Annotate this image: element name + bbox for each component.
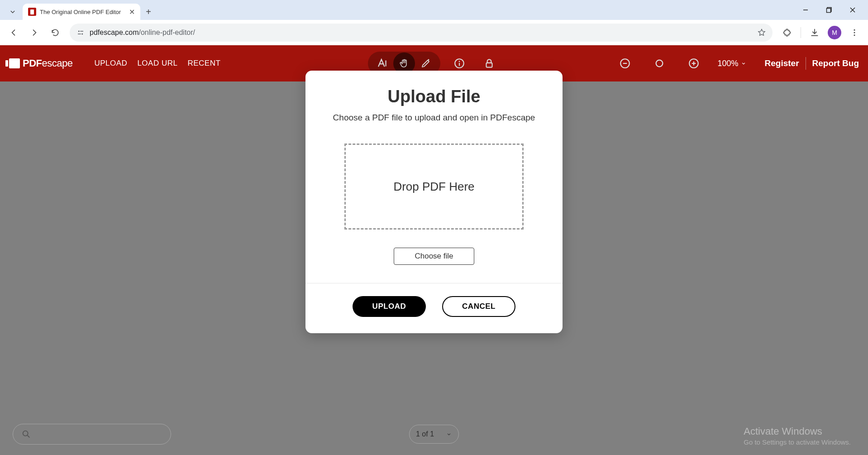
svg-rect-17 [486,63,492,67]
minimize-button[interactable] [796,1,816,19]
maximize-button[interactable] [819,1,839,19]
svg-point-24 [23,431,28,436]
modal-footer: UPLOAD CANCEL [305,283,563,333]
reload-button[interactable] [46,24,64,42]
svg-point-13 [428,59,429,61]
drop-zone-text: Drop PDF Here [393,180,474,194]
logo-icon [9,58,20,68]
chevron-down-icon [446,431,452,437]
app-logo[interactable]: PDFescape [9,57,72,69]
profile-avatar[interactable]: M [825,24,844,42]
register-link[interactable]: Register [765,58,799,68]
choose-file-button[interactable]: Choose file [394,248,474,265]
page-selector[interactable]: 1 of 1 [409,425,459,444]
svg-point-11 [854,34,855,36]
nav-recent[interactable]: RECENT [187,59,220,68]
close-window-button[interactable] [843,1,863,19]
svg-line-25 [28,436,30,438]
tab-search-dropdown[interactable] [4,4,22,20]
upload-button-label: UPLOAD [372,302,406,311]
cancel-button[interactable]: CANCEL [442,296,515,317]
svg-point-20 [656,60,663,67]
back-button[interactable] [5,24,23,42]
browser-tab-strip: The Original Online PDF Editor ✕ + [0,0,868,20]
nav-load-url[interactable]: LOAD URL [137,59,177,68]
site-settings-icon[interactable] [76,28,85,37]
choose-file-label: Choose file [415,252,453,261]
svg-point-7 [81,33,83,34]
browser-toolbar: pdfescape.com/online-pdf-editor/ M [0,20,868,45]
upload-button[interactable]: UPLOAD [353,296,426,317]
modal-subtitle: Choose a PDF file to upload and open in … [325,113,543,123]
svg-point-5 [78,30,80,32]
footer-bar: 1 of 1 [0,413,868,455]
zoom-controls: 100% Register Report Bug [614,53,859,74]
windows-activation-watermark: Activate Windows Go to Settings to activ… [744,426,851,446]
nav-upload[interactable]: UPLOAD [94,59,127,68]
page-indicator-text: 1 of 1 [416,430,434,438]
tab-title: The Original Online PDF Editor [40,9,125,15]
window-controls [796,1,868,19]
svg-point-15 [459,61,460,62]
cancel-button-label: CANCEL [462,302,496,311]
zoom-level-dropdown[interactable]: 100% [717,59,746,68]
zoom-in-button[interactable] [683,53,705,74]
forward-button[interactable] [25,24,43,42]
search-icon [21,429,31,439]
new-tab-button[interactable]: + [140,4,157,20]
url-text: pdfescape.com/online-pdf-editor/ [90,29,753,37]
tab-close-icon[interactable]: ✕ [129,8,135,16]
browser-tab[interactable]: The Original Online PDF Editor ✕ [23,4,140,20]
report-bug-link[interactable]: Report Bug [812,58,859,68]
search-input[interactable] [13,424,171,445]
address-bar[interactable]: pdfescape.com/online-pdf-editor/ [70,24,773,42]
watermark-title: Activate Windows [744,426,851,437]
separator [806,57,806,70]
tab-favicon [28,8,36,16]
svg-point-10 [854,32,855,33]
svg-rect-2 [827,9,831,13]
svg-point-9 [854,29,855,30]
browser-menu-icon[interactable] [845,24,863,42]
watermark-subtitle: Go to Settings to activate Windows. [744,438,851,446]
bookmark-star-icon[interactable] [757,28,766,37]
drop-zone[interactable]: Drop PDF Here [344,144,524,230]
zoom-fit-button[interactable] [649,53,670,74]
modal-title: Upload File [325,87,543,106]
header-nav: UPLOAD LOAD URL RECENT [94,59,220,68]
separator [801,27,801,38]
upload-modal: Upload File Choose a PDF file to upload … [305,71,563,333]
extensions-icon[interactable] [778,24,796,42]
zoom-out-button[interactable] [614,53,636,74]
downloads-icon[interactable] [806,24,824,42]
